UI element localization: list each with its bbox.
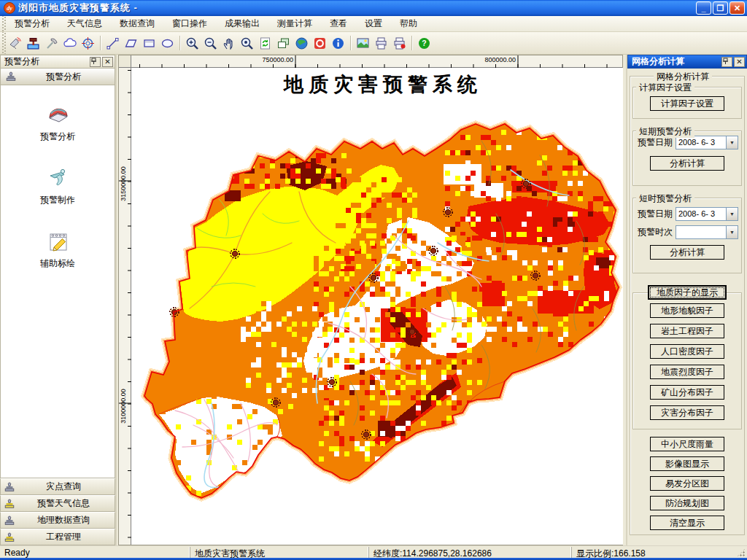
pick-icon[interactable] bbox=[42, 34, 61, 52]
short-term-analyze-button[interactable]: 分析计算 bbox=[650, 156, 724, 171]
warning-map: 地质灾害预警系统 bbox=[131, 68, 623, 545]
factor-button-4[interactable]: 地震烈度因子 bbox=[650, 365, 724, 379]
layer-button-5[interactable]: 清空显示 bbox=[650, 516, 724, 530]
cascade-icon[interactable] bbox=[274, 34, 293, 52]
menu-item-6[interactable]: 测量计算 bbox=[268, 16, 321, 31]
menu-item-8[interactable]: 设置 bbox=[356, 16, 391, 31]
menu-item-1[interactable]: 预警分析 bbox=[6, 16, 58, 31]
menu-item-7[interactable]: 查看 bbox=[321, 16, 356, 31]
sidebar-bar-1[interactable]: 灾点查询 bbox=[0, 478, 115, 495]
short-term-label: 短期预警分析 bbox=[636, 125, 694, 138]
factor-button-5[interactable]: 矿山分布因子 bbox=[650, 385, 724, 400]
main-area: 预警分析 ✕ 预警分析 预警分析预警制作辅助标绘 灾点查询预警天气信息地理数据查… bbox=[0, 55, 747, 545]
restore-button[interactable]: ❐ bbox=[713, 1, 728, 15]
globe-icon[interactable] bbox=[293, 34, 311, 52]
map-canvas[interactable]: 地质灾害预警系统 bbox=[131, 68, 623, 545]
menu-item-9[interactable]: 帮助 bbox=[391, 16, 426, 31]
layer-button-1[interactable]: 中小尺度雨量 bbox=[650, 437, 724, 451]
book-icon bbox=[44, 101, 71, 128]
map-title: 地质灾害预警系统 bbox=[283, 74, 482, 96]
left-panel-close-icon[interactable]: ✕ bbox=[102, 57, 113, 67]
pin-icon[interactable] bbox=[721, 57, 732, 67]
section-header[interactable]: 预警分析 bbox=[0, 69, 115, 85]
pin-icon[interactable] bbox=[90, 57, 101, 67]
pan-icon[interactable] bbox=[220, 34, 238, 52]
short-time-date-combobox[interactable]: 2008- 6- 3 ▼ bbox=[676, 207, 738, 221]
toolbar-grip[interactable] bbox=[0, 32, 6, 54]
zoom-out-icon[interactable] bbox=[201, 34, 220, 52]
zoom-in-icon[interactable] bbox=[183, 34, 201, 52]
layer-button-2[interactable]: 影像图显示 bbox=[650, 456, 724, 471]
svg-text:?: ? bbox=[422, 39, 426, 47]
polygon-icon[interactable] bbox=[122, 34, 140, 52]
sidebar-bar-label: 预警天气信息 bbox=[15, 497, 112, 510]
ellipse-icon[interactable] bbox=[158, 34, 177, 52]
left-panel-item-3[interactable]: 辅助标绘 bbox=[40, 228, 75, 270]
print-settings-icon[interactable] bbox=[390, 34, 409, 52]
satellite-icon[interactable] bbox=[6, 34, 24, 52]
chevron-down-icon[interactable]: ▼ bbox=[726, 208, 738, 220]
zoom-extent-icon[interactable] bbox=[238, 34, 256, 52]
short-time-period-combobox[interactable]: ▼ bbox=[676, 225, 738, 239]
layer-button-4[interactable]: 防治规划图 bbox=[650, 496, 724, 510]
stamp-yellow-icon bbox=[4, 532, 15, 543]
left-panel-item-2[interactable]: 预警制作 bbox=[40, 165, 75, 206]
line-icon[interactable] bbox=[104, 34, 122, 52]
chevron-down-icon[interactable]: ▼ bbox=[726, 136, 738, 149]
help-icon[interactable]: ? bbox=[415, 34, 433, 52]
stamp-icon bbox=[4, 515, 15, 526]
sidebar-bar-label: 工程管理 bbox=[15, 531, 112, 543]
status-coordinates: 经纬度:114.296875,28.162686 bbox=[368, 547, 571, 558]
sidebar-bar-3[interactable]: 地理数据查询 bbox=[0, 512, 115, 529]
info-icon[interactable] bbox=[329, 34, 347, 52]
left-panel-title: 预警分析 bbox=[4, 55, 88, 68]
left-panel-item-1[interactable]: 预警分析 bbox=[40, 101, 75, 143]
short-time-group: 短时预警分析 预警日期 2008- 6- 3 ▼ 预警时次 ▼ 分析计算 bbox=[632, 198, 742, 273]
title-bar: dy 浏阳市地质灾害预警系统 - _ ❐ ✕ bbox=[0, 0, 747, 16]
minimize-button[interactable]: _ bbox=[696, 1, 711, 15]
toolbar-separator bbox=[179, 36, 180, 50]
toolbar: ? bbox=[0, 32, 747, 55]
menu-item-2[interactable]: 天气信息 bbox=[58, 16, 111, 31]
left-panel-item-label: 预警分析 bbox=[40, 131, 75, 143]
status-ready: Ready bbox=[0, 547, 190, 558]
toolbar-separator bbox=[411, 36, 412, 50]
menu-grip[interactable] bbox=[0, 16, 6, 31]
craft-tool-icon bbox=[44, 165, 71, 191]
factor-button-3[interactable]: 人口密度因子 bbox=[650, 344, 724, 359]
right-panel-titlebar: 网格分析计算 ✕ bbox=[627, 55, 747, 69]
cloud-icon[interactable] bbox=[61, 34, 79, 52]
chevron-down-icon[interactable]: ▼ bbox=[726, 226, 738, 238]
factor-button-6[interactable]: 灾害分布因子 bbox=[650, 405, 724, 420]
factor-setup-label: 计算因子设置 bbox=[636, 82, 694, 94]
factor-button-2[interactable]: 岩土工程因子 bbox=[650, 324, 724, 338]
close-button[interactable]: ✕ bbox=[729, 1, 745, 15]
menu-item-5[interactable]: 成果输出 bbox=[216, 16, 268, 31]
stop-icon[interactable] bbox=[311, 34, 329, 52]
vertical-ruler: 3150000.003100000.00 bbox=[119, 68, 131, 545]
toolbar-separator bbox=[350, 36, 351, 50]
time-label: 预警时次 bbox=[638, 226, 676, 238]
menu-item-3[interactable]: 数据查询 bbox=[111, 16, 163, 31]
image-icon[interactable] bbox=[354, 34, 372, 52]
ruler-corner bbox=[119, 55, 131, 68]
svg-text:750000.00: 750000.00 bbox=[262, 56, 293, 63]
app-logo-icon: dy bbox=[4, 2, 15, 14]
target-icon[interactable] bbox=[79, 34, 97, 52]
svg-text:dy: dy bbox=[7, 5, 12, 12]
sidebar-bar-2[interactable]: 预警天气信息 bbox=[0, 495, 115, 512]
layer-button-3[interactable]: 易发分区图 bbox=[650, 476, 724, 491]
factor-setup-button[interactable]: 计算因子设置 bbox=[650, 96, 724, 111]
menu-item-4[interactable]: 窗口操作 bbox=[163, 16, 216, 31]
status-bar: Ready 地质灾害预警系统 经纬度:114.296875,28.162686 … bbox=[0, 545, 747, 560]
geo-factor-display-button[interactable]: 地质因子的显示 bbox=[648, 285, 727, 300]
factor-button-1[interactable]: 地形地貌因子 bbox=[650, 303, 724, 318]
short-time-analyze-button[interactable]: 分析计算 bbox=[650, 245, 724, 260]
stamp-yellow-icon bbox=[4, 498, 15, 510]
hammer-station-icon[interactable] bbox=[24, 34, 42, 52]
rectangle-icon[interactable] bbox=[140, 34, 158, 52]
sidebar-bar-4[interactable]: 工程管理 bbox=[0, 529, 115, 545]
refresh-icon[interactable] bbox=[256, 34, 274, 52]
print-icon[interactable] bbox=[372, 34, 390, 52]
right-panel-close-icon[interactable]: ✕ bbox=[734, 57, 745, 67]
